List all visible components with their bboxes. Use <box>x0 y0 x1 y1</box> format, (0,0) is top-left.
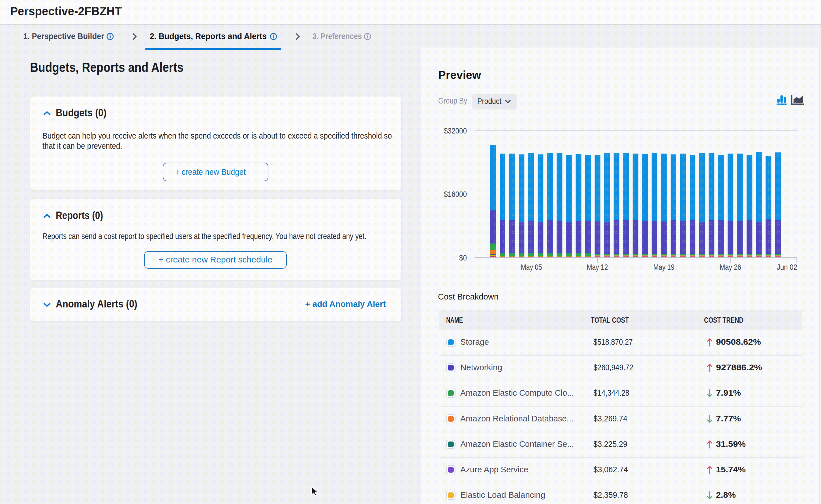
svg-text:May 12: May 12 <box>587 263 608 272</box>
svg-text:Jun 02: Jun 02 <box>777 263 797 272</box>
svg-text:May 05: May 05 <box>521 263 542 272</box>
svg-text:$32000: $32000 <box>444 126 467 135</box>
svg-text:May 26: May 26 <box>720 263 741 272</box>
svg-text:$16000: $16000 <box>444 190 467 199</box>
svg-text:May 19: May 19 <box>654 263 675 272</box>
svg-text:$0: $0 <box>459 253 467 262</box>
